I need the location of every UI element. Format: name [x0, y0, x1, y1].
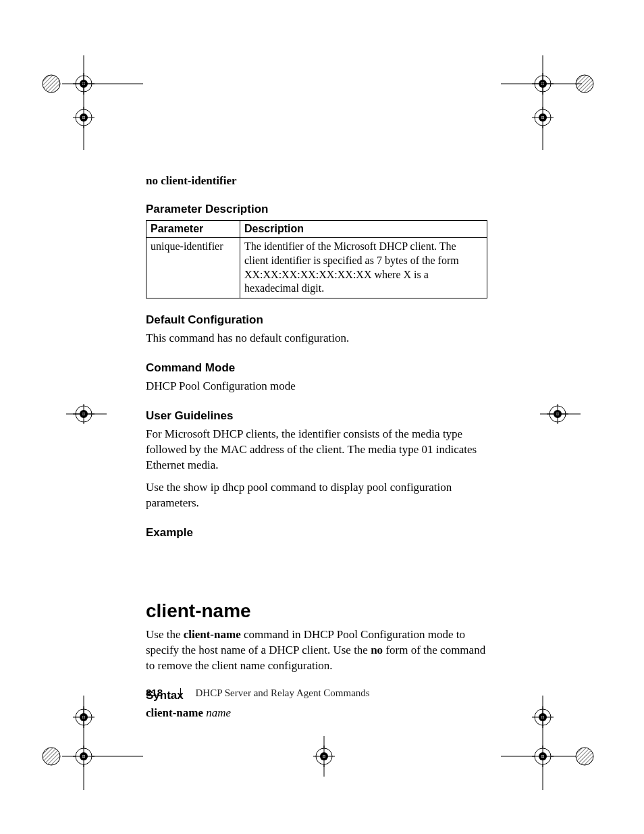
heading-default-configuration: Default Configuration	[146, 313, 497, 327]
crop-mark-mid-left	[66, 404, 107, 427]
parameter-table: Parameter Description unique-identifier …	[146, 220, 487, 298]
command-mode-body: DHCP Pool Configuration mode	[146, 379, 497, 394]
table-header-description: Description	[240, 221, 487, 238]
crop-mark-bottom-right	[501, 696, 609, 793]
heading-user-guidelines: User Guidelines	[146, 409, 497, 423]
intro-bold-client-name: client-name	[184, 628, 241, 641]
crop-mark-bottom-left	[42, 696, 143, 793]
intro-bold-no: no	[371, 644, 383, 656]
footer-separator	[180, 688, 181, 698]
syntax-line: client-name name	[146, 706, 497, 720]
page-number: 818	[146, 687, 163, 698]
syntax-argument: name	[206, 706, 231, 719]
syntax-command: client-name	[146, 706, 203, 719]
crop-mark-top-left	[42, 55, 143, 153]
param-desc-cell: The identifier of the Microsoft DHCP cli…	[240, 238, 487, 298]
heading-example: Example	[146, 526, 497, 540]
intro-text: Use the	[146, 628, 184, 641]
heading-parameter-description: Parameter Description	[146, 203, 497, 216]
crop-mark-top-right	[501, 55, 609, 153]
chapter-title: DHCP Server and Relay Agent Commands	[196, 687, 370, 698]
client-name-intro: Use the client-name command in DHCP Pool…	[146, 627, 497, 674]
table-header-parameter: Parameter	[146, 221, 240, 238]
heading-client-name: client-name	[146, 600, 497, 622]
user-guidelines-p2: Use the show ip dhcp pool command to dis…	[146, 480, 497, 511]
negative-command: no client-identifier	[146, 174, 497, 188]
table-row: unique-identifier The identifier of the …	[146, 238, 487, 298]
param-name-cell: unique-identifier	[146, 238, 240, 298]
user-guidelines-p1: For Microsoft DHCP clients, the identifi…	[146, 427, 497, 473]
default-configuration-body: This command has no default configuratio…	[146, 331, 497, 346]
crop-mark-bottom-center	[304, 736, 344, 779]
crop-mark-mid-right	[540, 404, 581, 427]
page-footer: 818 DHCP Server and Relay Agent Commands	[146, 687, 497, 699]
heading-command-mode: Command Mode	[146, 361, 497, 375]
